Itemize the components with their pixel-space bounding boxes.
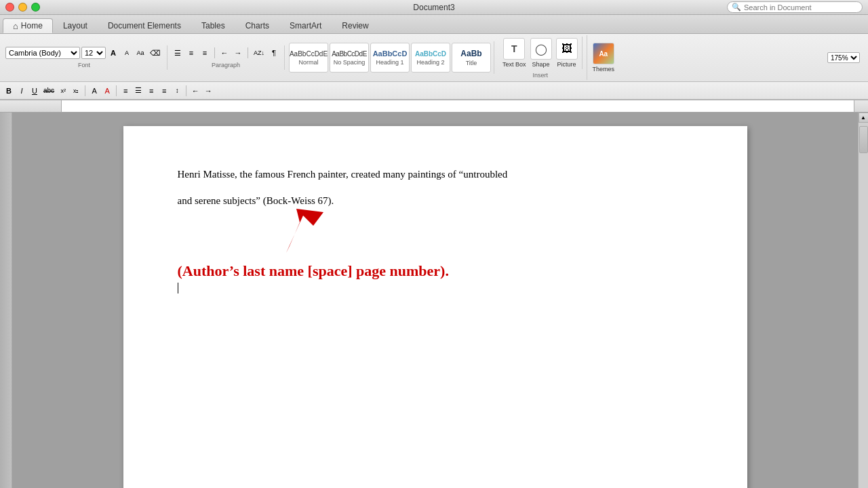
tab-charts[interactable]: Charts	[235, 18, 279, 33]
indent-increase-button[interactable]: →	[202, 85, 214, 97]
insert-row: T Text Box ◯ Shape 🖼 Picture	[498, 37, 583, 69]
separator1	[214, 47, 215, 58]
format-toolbar: B I U abc x² x₂ A A ≡ ☰ ≡ ≡ ↕ ← →	[0, 82, 868, 100]
textbox-label: Text Box	[502, 61, 526, 68]
doc-page[interactable]: Henri Matisse, the famous French painter…	[123, 126, 747, 488]
justify-button[interactable]: ≡	[158, 85, 170, 97]
paragraph-section-label: Paragraph	[172, 62, 280, 68]
toolbar-area: ⌂ Home Layout Document Elements Tables C…	[0, 15, 868, 100]
window-right-controls: 🔍	[727, 1, 863, 13]
align-left-button[interactable]: ≡	[119, 85, 132, 97]
font-case-btn[interactable]: Aa	[134, 47, 146, 59]
tab-home[interactable]: ⌂ Home	[3, 18, 53, 33]
numbering-btn[interactable]: ≡	[185, 47, 197, 59]
home-icon: ⌂	[13, 21, 18, 31]
annotation-container: (Author’s last name [space] page number)…	[178, 262, 693, 296]
shape-btn-group[interactable]: ◯ Shape	[530, 38, 552, 68]
doc-content: Henri Matisse, the famous French painter…	[178, 167, 693, 296]
sort-btn[interactable]: AZ↓	[252, 47, 267, 59]
scrollbar-vertical[interactable]: ▲ ▼	[858, 113, 868, 488]
paragraph-section: ☰ ≡ ≡ ← → AZ↓ ¶ Paragraph	[169, 45, 285, 70]
picture-icon: 🖼	[556, 38, 578, 60]
cursor-container	[178, 283, 693, 296]
style-heading1[interactable]: AaBbCcD Heading 1	[370, 43, 410, 73]
insert-buttons: T Text Box ◯ Shape 🖼 Picture	[498, 37, 583, 69]
textbox-icon: T	[503, 38, 525, 60]
doc-area: Henri Matisse, the famous French painter…	[0, 113, 868, 488]
style-heading2[interactable]: AaBbCcD Heading 2	[411, 43, 450, 73]
themes-icon: Aa	[593, 43, 614, 64]
insert-section-label: Insert	[498, 72, 583, 79]
font-section: Cambria (Body) 12 A A Aa ⌫ Font	[3, 45, 167, 70]
style-no-spacing[interactable]: AaBbCcDdE No Spacing	[330, 43, 369, 73]
close-button[interactable]	[5, 3, 14, 12]
font-name-select[interactable]: Cambria (Body)	[5, 47, 80, 59]
toolbar-sep3	[186, 85, 186, 96]
align-right-button[interactable]: ≡	[145, 85, 157, 97]
bullets-btn[interactable]: ☰	[172, 47, 184, 59]
font-controls-row1: Cambria (Body) 12 A A Aa ⌫	[5, 47, 163, 59]
maximize-button[interactable]	[31, 3, 40, 12]
picture-btn-group[interactable]: 🖼 Picture	[556, 38, 578, 68]
paragraph-controls-row: ☰ ≡ ≡ ← → AZ↓ ¶	[172, 47, 280, 59]
textbox-btn-group[interactable]: T Text Box	[502, 38, 526, 68]
themes-section: Aa Themes	[589, 41, 619, 74]
red-arrow-svg	[266, 209, 334, 256]
tab-smartart[interactable]: SmartArt	[279, 18, 332, 33]
superscript-button[interactable]: x²	[57, 85, 69, 97]
scroll-up-button[interactable]: ▲	[859, 113, 869, 123]
tab-tables[interactable]: Tables	[191, 18, 235, 33]
ribbon-tabs: ⌂ Home Layout Document Elements Tables C…	[0, 15, 868, 34]
window-title: Document3	[413, 3, 454, 12]
search-input[interactable]	[744, 3, 858, 12]
tab-document-elements[interactable]: Document Elements	[98, 18, 191, 33]
italic-button[interactable]: I	[16, 85, 28, 97]
tab-layout[interactable]: Layout	[53, 18, 98, 33]
zoom-area: 175%	[827, 52, 865, 63]
multilevel-btn[interactable]: ≡	[199, 47, 211, 59]
picture-label: Picture	[557, 61, 576, 68]
increase-font-btn[interactable]: A	[107, 47, 119, 59]
highlight-color-button[interactable]: A	[88, 85, 100, 97]
bold-button[interactable]: B	[3, 85, 15, 97]
show-marks-btn[interactable]: ¶	[268, 47, 280, 59]
toolbar-sep1	[85, 85, 85, 96]
doc-paragraph1: Henri Matisse, the famous French painter…	[178, 167, 693, 208]
underline-button[interactable]: U	[28, 85, 41, 97]
ruler-track	[61, 100, 854, 112]
toolbar-sep2	[116, 85, 117, 96]
search-bar[interactable]: 🔍	[727, 1, 863, 13]
scroll-thumb[interactable]	[859, 126, 868, 153]
decrease-indent-btn[interactable]: ←	[218, 47, 231, 59]
doc-container[interactable]: Henri Matisse, the famous French painter…	[12, 113, 858, 488]
vertical-ruler	[0, 113, 12, 488]
decrease-font-btn[interactable]: A	[121, 47, 133, 59]
annotation-text: (Author’s last name [space] page number)…	[178, 262, 693, 280]
svg-marker-1	[286, 209, 323, 253]
separator2	[248, 47, 248, 58]
clear-format-btn[interactable]: ⌫	[148, 47, 163, 59]
subscript-button[interactable]: x₂	[70, 85, 82, 97]
tab-review[interactable]: Review	[332, 18, 378, 33]
font-size-select[interactable]: 12	[81, 47, 106, 59]
insert-section: T Text Box ◯ Shape 🖼 Picture Insert	[496, 35, 587, 80]
shape-icon: ◯	[530, 38, 552, 60]
font-color-button[interactable]: A	[101, 85, 113, 97]
style-title[interactable]: AaBb Title	[452, 43, 491, 73]
title-bar: Document3 🔍	[0, 0, 868, 15]
ruler	[0, 100, 868, 113]
window-controls	[5, 3, 40, 12]
style-normal[interactable]: AaBbCcDdE Normal	[289, 43, 328, 73]
search-icon: 🔍	[732, 3, 741, 12]
indent-decrease-button[interactable]: ←	[189, 85, 201, 97]
increase-indent-btn[interactable]: →	[232, 47, 244, 59]
styles-section: AaBbCcDdE Normal AaBbCcDdE No Spacing Aa…	[286, 41, 494, 74]
line-spacing-button[interactable]: ↕	[171, 85, 183, 97]
zoom-select[interactable]: 175%	[827, 52, 860, 63]
minimize-button[interactable]	[18, 3, 27, 12]
strikethrough-button[interactable]: abc	[41, 85, 56, 97]
themes-btn-group[interactable]: Aa Themes	[593, 43, 615, 73]
shape-label: Shape	[532, 61, 550, 68]
align-center-button[interactable]: ☰	[132, 85, 144, 97]
font-section-label: Font	[5, 62, 163, 68]
